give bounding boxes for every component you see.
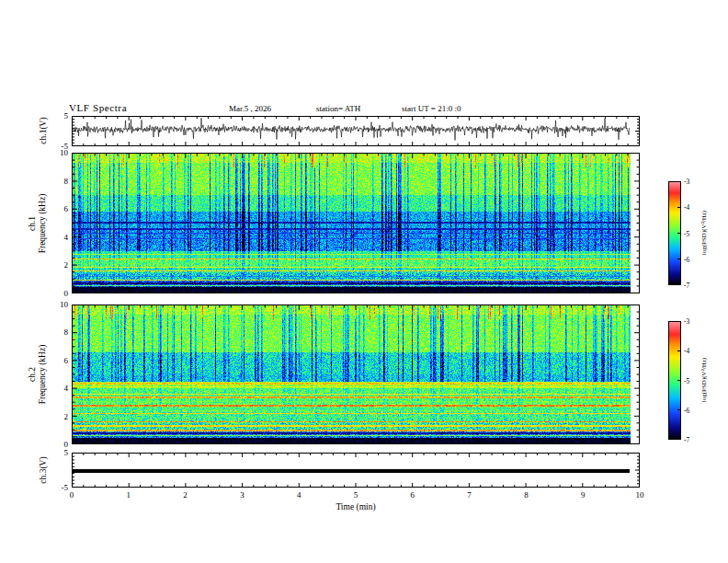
ch1-frequency-axis-label-line2: Frequency (kHz): [38, 194, 48, 254]
ch2-spectrogram: [72, 304, 640, 444]
colorbar2-label: log(PSD)(V²/Hz): [700, 358, 708, 402]
x-tick-label: 7: [467, 490, 472, 500]
ch1-frequency-axis-label-line1: ch.1: [28, 194, 38, 254]
figure-title: VLF Spectra: [69, 102, 127, 113]
colorbar-tick-label: -5: [684, 229, 689, 237]
colorbar-tick-label: -3: [684, 178, 689, 186]
freq-tick-label: 8: [44, 327, 68, 337]
x-tick-label: 1: [127, 490, 131, 500]
ch2-frequency-axis-label-line1: ch.2: [28, 345, 38, 405]
ch3-voltage-axis-label: ch.3(V): [39, 456, 49, 483]
ch2-frequency-axis-label-line2: Frequency (kHz): [38, 345, 48, 405]
freq-tick-label: 6: [44, 356, 68, 365]
freq-tick-label: 8: [44, 177, 68, 186]
x-tick-label: 4: [297, 490, 301, 500]
ch1-waveform-plot: [72, 116, 640, 146]
x-tick-label: 8: [524, 490, 529, 500]
voltage-tick-label: 5: [44, 448, 68, 457]
figure-date: Mar.5 , 2026: [229, 104, 271, 113]
colorbar1-label: log(PSD)(V²/Hz): [700, 211, 708, 255]
voltage-tick-label: -5: [44, 483, 68, 492]
ch3-waveform-plot: [72, 453, 640, 488]
x-tick-label: 9: [581, 490, 586, 500]
voltage-tick-label: 5: [44, 111, 68, 121]
figure-station: station= ATH: [316, 104, 360, 113]
colorbar-tick-label: -4: [684, 203, 689, 212]
colorbar-tick-label: -7: [684, 436, 689, 444]
colorbar-ch2: [668, 321, 681, 440]
freq-tick-label: 2: [44, 412, 68, 421]
x-tick-label: 5: [354, 490, 358, 500]
freq-tick-label: 2: [44, 260, 68, 270]
colorbar-tick-label: -7: [684, 282, 689, 290]
freq-tick-label: 0: [44, 289, 68, 298]
ch1-spectrogram: [72, 153, 640, 293]
colorbar-tick-label: -6: [684, 406, 689, 414]
x-tick-label: 3: [240, 490, 245, 500]
freq-tick-label: 4: [44, 384, 68, 393]
freq-tick-label: 6: [44, 204, 68, 213]
x-tick-label: 10: [636, 490, 644, 500]
colorbar-tick-label: -4: [684, 347, 689, 355]
freq-tick-label: 4: [44, 233, 68, 242]
colorbar-tick-label: -5: [684, 376, 689, 385]
x-tick-label: 6: [411, 490, 415, 500]
ch1-frequency-axis-label: ch.1 Frequency (kHz): [28, 194, 48, 254]
colorbar-tick-label: -3: [684, 317, 689, 326]
ch2-frequency-axis-label: ch.2 Frequency (kHz): [28, 345, 48, 405]
x-axis-title: Time (min): [336, 502, 375, 511]
x-tick-label: 2: [183, 490, 188, 500]
ch1-voltage-axis-label: ch.1(V): [39, 117, 49, 144]
freq-tick-label: 10: [44, 300, 68, 309]
figure-start-ut: start UT = 21:0 :0: [402, 104, 461, 113]
colorbar-ch1: [668, 181, 681, 285]
colorbar-tick-label: -6: [684, 255, 689, 263]
voltage-tick-label: -5: [44, 142, 68, 151]
vlf-spectra-figure: VLF Spectra Mar.5 , 2026 station= ATH st…: [0, 0, 728, 563]
x-tick-label: 0: [70, 490, 74, 500]
